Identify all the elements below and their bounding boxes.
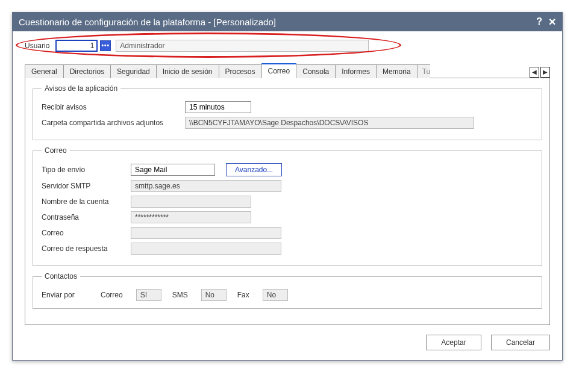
tab-consola[interactable]: Consola	[296, 64, 336, 78]
group-correo-legend: Correo	[42, 146, 70, 155]
tab-correo[interactable]: Correo	[261, 63, 297, 78]
tab-seguridad[interactable]: Seguridad	[110, 64, 157, 78]
pass-field	[131, 211, 251, 223]
correo-field	[131, 227, 281, 239]
user-lookup-button[interactable]: •••	[100, 40, 111, 51]
tipo-envio-field[interactable]	[131, 164, 215, 176]
row-respuesta: Correo de respuesta	[42, 243, 533, 255]
tab-directorios[interactable]: Directorios	[63, 64, 111, 78]
respuesta-field	[131, 243, 281, 255]
tab-inicio-sesion[interactable]: Inicio de sesión	[156, 64, 219, 78]
tab-memoria[interactable]: Memoria	[376, 64, 418, 78]
window-title: Cuestionario de configuración de la plat…	[19, 17, 276, 27]
cuenta-label: Nombre de la cuenta	[42, 197, 126, 206]
tab-general[interactable]: General	[25, 64, 64, 78]
group-avisos: Avisos de la aplicación Recibir avisos C…	[33, 84, 542, 140]
user-name-field: Administrador	[116, 40, 369, 52]
group-correo: Correo Tipo de envío Avanzado... Servido…	[33, 146, 542, 266]
contacto-fax-value: No	[263, 289, 288, 301]
titlebar-controls: ? ✕	[536, 16, 556, 28]
tab-informes[interactable]: Informes	[335, 64, 377, 78]
tab-scroll-right[interactable]: ▶	[540, 67, 550, 78]
user-row: Usuario 1 ••• Administrador	[25, 40, 550, 52]
row-carpeta: Carpeta compartida archivos adjuntos	[42, 117, 533, 129]
tab-partial[interactable]: Tu	[417, 64, 430, 78]
row-pass: Contraseña	[42, 211, 533, 223]
pass-label: Contraseña	[42, 213, 126, 222]
row-correo-field: Correo	[42, 227, 533, 239]
smtp-label: Servidor SMTP	[42, 182, 126, 190]
recibir-avisos-label: Recibir avisos	[42, 103, 180, 111]
group-avisos-legend: Avisos de la aplicación	[42, 84, 120, 93]
tipo-envio-label: Tipo de envío	[42, 166, 126, 174]
titlebar: Cuestionario de configuración de la plat…	[13, 13, 562, 31]
dialog-body: Usuario 1 ••• Administrador General Dire…	[13, 31, 562, 360]
row-contactos: Enviar por Correo Sí SMS No Fax No	[42, 289, 533, 301]
contacto-sms-value: No	[201, 289, 227, 301]
dialog-buttons: Aceptar Cancelar	[25, 335, 550, 350]
carpeta-field	[185, 117, 474, 129]
carpeta-label: Carpeta compartida archivos adjuntos	[42, 119, 180, 127]
contacto-correo-label: Correo	[101, 291, 123, 299]
cancelar-button[interactable]: Cancelar	[491, 335, 550, 350]
contacto-correo-value: Sí	[136, 289, 161, 301]
row-tipo-envio: Tipo de envío Avanzado...	[42, 163, 533, 176]
recibir-avisos-field[interactable]	[185, 101, 251, 113]
avanzado-button[interactable]: Avanzado...	[226, 163, 282, 176]
tab-procesos[interactable]: Procesos	[219, 64, 262, 78]
config-dialog-window: Cuestionario de configuración de la plat…	[12, 12, 563, 361]
tab-scroll-left[interactable]: ◀	[530, 67, 539, 78]
group-contactos-legend: Contactos	[42, 272, 80, 281]
group-contactos: Contactos Enviar por Correo Sí SMS No Fa…	[33, 272, 542, 309]
row-smtp: Servidor SMTP	[42, 180, 533, 192]
tab-content-correo: Avisos de la aplicación Recibir avisos C…	[25, 78, 550, 325]
cuenta-field	[131, 196, 251, 208]
row-cuenta: Nombre de la cuenta	[42, 196, 533, 208]
aceptar-button[interactable]: Aceptar	[426, 335, 481, 350]
contacto-fax-label: Fax	[237, 291, 249, 299]
user-label: Usuario	[25, 42, 49, 50]
tab-strip: General Directorios Seguridad Inicio de …	[25, 63, 550, 78]
tab-nav: ◀ ▶	[530, 67, 550, 78]
help-icon[interactable]: ?	[536, 16, 542, 28]
correo-field-label: Correo	[42, 229, 126, 237]
smtp-field	[131, 180, 281, 192]
enviar-por-label: Enviar por	[42, 291, 90, 299]
user-id-field[interactable]: 1	[55, 40, 98, 52]
close-icon[interactable]: ✕	[548, 16, 556, 28]
contacto-sms-label: SMS	[172, 291, 188, 299]
tabs-container: General Directorios Seguridad Inicio de …	[25, 63, 550, 325]
row-recibir-avisos: Recibir avisos	[42, 101, 533, 113]
respuesta-label: Correo de respuesta	[42, 244, 126, 253]
